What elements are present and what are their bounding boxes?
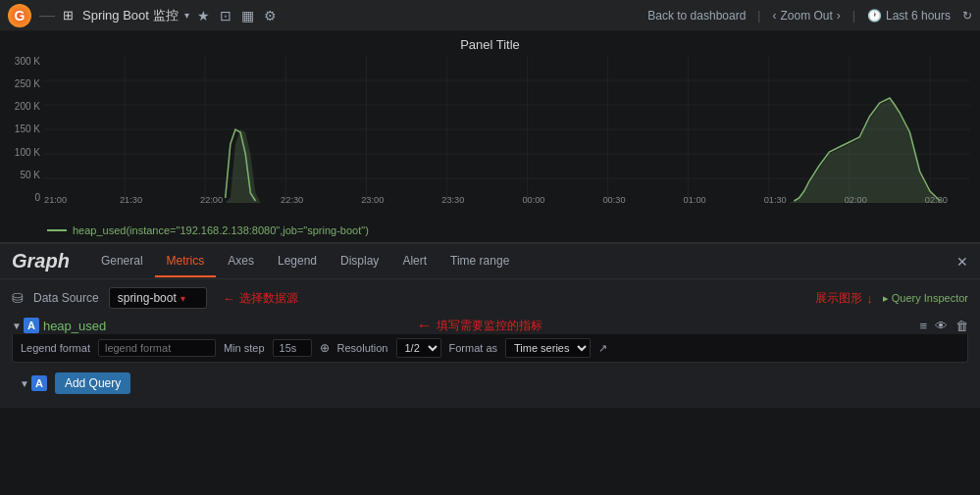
time-label: Last 6 hours — [886, 9, 951, 23]
query-trash-btn[interactable]: 🗑 — [955, 319, 968, 333]
tab-legend[interactable]: Legend — [266, 246, 329, 277]
query-actions: ≡ 👁 🗑 — [919, 319, 968, 333]
time-range-picker[interactable]: 🕐 Last 6 hours — [867, 9, 951, 23]
datasource-dropdown-icon: ▾ — [181, 293, 185, 304]
link-icon[interactable]: ↗ — [598, 342, 607, 355]
svg-text:02:30: 02:30 — [925, 195, 948, 203]
datasource-row: ⛁ Data Source spring-boot ▾ ← 选择数据源 展示图形… — [12, 287, 968, 309]
panel-header: Graph General Metrics Axes Legend Displa… — [0, 244, 980, 279]
minstep-icon[interactable]: ⊕ — [320, 341, 330, 355]
annotation-display: 展示图形 ↓ — [815, 290, 873, 307]
settings-icon[interactable]: ⚙ — [264, 8, 277, 24]
topbar-right: Back to dashboard | ‹ Zoom Out › | 🕐 Las… — [647, 9, 972, 23]
y-axis: 300 K 250 K 200 K 150 K 100 K 50 K 0 — [10, 56, 44, 203]
star-icon[interactable]: ★ — [197, 8, 210, 24]
nav-divider: | — [757, 9, 760, 23]
add-query-btn[interactable]: Add Query — [55, 372, 130, 394]
tab-metrics[interactable]: Metrics — [155, 246, 217, 277]
dashboard-title-text: Spring Boot 监控 — [82, 7, 179, 25]
annotation-query-text: 填写需要监控的指标 — [437, 318, 542, 334]
svg-text:02:00: 02:00 — [845, 195, 867, 203]
time-series-select[interactable]: Time series Table — [505, 338, 591, 358]
resolution-label: Resolution — [337, 342, 388, 354]
annotation-query: ← 填写需要监控的指标 — [417, 317, 542, 334]
tab-alert[interactable]: Alert — [390, 246, 438, 277]
panel-type-label: Graph — [12, 250, 70, 272]
svg-marker-17 — [789, 100, 945, 203]
collapse-arrow[interactable]: ▼ — [12, 321, 22, 331]
topbar-divider: — — [39, 7, 55, 25]
query-inspector-btn[interactable]: ▸ Query Inspector — [883, 292, 968, 305]
dashboard-grid-icon: ⊞ — [63, 8, 74, 23]
annotation-datasource-text: 选择数据源 — [239, 290, 298, 307]
back-to-dashboard-btn[interactable]: Back to dashboard — [647, 9, 746, 23]
tab-display[interactable]: Display — [329, 246, 390, 277]
zoom-out-group[interactable]: ‹ Zoom Out › — [772, 9, 840, 23]
clock-icon: 🕐 — [867, 9, 882, 23]
svg-text:01:30: 01:30 — [764, 195, 787, 203]
minstep-label: Min step — [224, 342, 265, 354]
legend-format-label: Legend format — [21, 342, 90, 354]
svg-text:22:00: 22:00 — [200, 195, 223, 203]
add-query-letter-badge: A — [31, 375, 47, 391]
svg-text:00:30: 00:30 — [602, 195, 625, 203]
add-query-row: ▼ A Add Query — [12, 367, 968, 400]
svg-text:22:30: 22:30 — [281, 195, 303, 203]
legend-options-row: Legend format Min step ⊕ Resolution 1/2 … — [12, 334, 968, 363]
chart-svg: 21:00 21:30 22:00 22:30 23:00 23:30 00:0… — [44, 56, 970, 203]
svg-text:00:00: 00:00 — [522, 195, 544, 203]
legend-format-input[interactable] — [98, 339, 216, 357]
chart-container: 300 K 250 K 200 K 150 K 100 K 50 K 0 — [10, 56, 970, 223]
query-inspector-label: ▸ Query Inspector — [883, 292, 968, 305]
svg-text:23:30: 23:30 — [441, 195, 464, 203]
grafana-logo[interactable]: G — [8, 4, 31, 27]
format-as-label: Format as — [449, 342, 498, 354]
chart-legend: heap_used(instance="192.168.2.138:8080",… — [10, 224, 970, 236]
svg-text:21:00: 21:00 — [44, 195, 67, 203]
tab-timerange[interactable]: Time range — [438, 246, 521, 277]
datasource-select[interactable]: spring-boot ▾ — [109, 287, 207, 309]
chart-legend-text: heap_used(instance="192.168.2.138:8080",… — [73, 224, 369, 236]
refresh-icon[interactable]: ↻ — [962, 9, 972, 23]
topbar-left: G — ⊞ Spring Boot 监控 ▾ ★ ⊡ ▦ ⚙ — [8, 4, 647, 27]
panel-title: Panel Title — [10, 37, 970, 52]
resolution-select[interactable]: 1/2 1/1 1/3 — [396, 338, 441, 358]
chart-area: Panel Title 300 K 250 K 200 K 150 K 100 … — [0, 31, 980, 242]
topbar-icons: ★ ⊡ ▦ ⚙ — [197, 8, 277, 24]
add-collapse-arrow[interactable]: ▼ — [20, 378, 29, 389]
query-letter-badge: A — [24, 318, 39, 333]
chart-inner: 21:00 21:30 22:00 22:30 23:00 23:30 00:0… — [44, 56, 970, 203]
datasource-value: spring-boot — [118, 291, 177, 305]
save-icon[interactable]: ▦ — [241, 8, 254, 24]
add-query-letter-group: ▼ A — [20, 375, 47, 391]
dashboard-title[interactable]: ⊞ Spring Boot 监控 ▾ — [63, 7, 189, 25]
content-area: ⛁ Data Source spring-boot ▾ ← 选择数据源 展示图形… — [0, 279, 980, 408]
zoom-out-label: Zoom Out — [780, 9, 832, 23]
tab-general[interactable]: General — [89, 246, 155, 277]
panel-close-btn[interactable]: ✕ — [956, 254, 968, 270]
query-collapse-group: ▼ A — [12, 318, 39, 333]
share-icon[interactable]: ⊡ — [220, 8, 232, 24]
svg-text:01:00: 01:00 — [684, 195, 706, 203]
annotation-datasource: ← 选择数据源 — [217, 290, 298, 307]
dashboard-dropdown-icon: ▾ — [184, 10, 189, 21]
topbar: G — ⊞ Spring Boot 监控 ▾ ★ ⊡ ▦ ⚙ Back to d… — [0, 0, 980, 31]
svg-text:23:00: 23:00 — [361, 195, 384, 203]
legend-line — [47, 229, 67, 231]
minstep-input[interactable] — [273, 339, 312, 357]
datasource-label: Data Source — [33, 291, 99, 305]
bottom-panel: Graph General Metrics Axes Legend Displa… — [0, 242, 980, 408]
annotation-display-text: 展示图形 — [815, 290, 862, 307]
query-section: ▼ A ← 填写需要监控的指标 ≡ 👁 🗑 — [12, 317, 968, 334]
query-input[interactable] — [43, 319, 413, 333]
query-eye-btn[interactable]: 👁 — [935, 319, 948, 333]
nav-divider2: | — [852, 9, 855, 23]
svg-text:21:30: 21:30 — [120, 195, 142, 203]
tab-axes[interactable]: Axes — [216, 246, 266, 277]
query-menu-btn[interactable]: ≡ — [919, 319, 927, 333]
db-icon: ⛁ — [12, 290, 24, 306]
zoom-left-icon: ‹ — [772, 9, 776, 23]
zoom-right-icon: › — [837, 9, 841, 23]
